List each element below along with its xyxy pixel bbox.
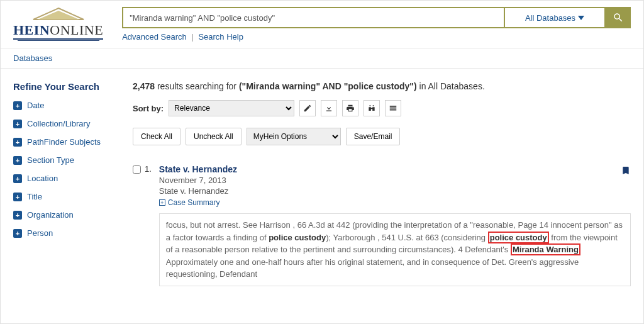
result-checkbox[interactable] [133,165,141,174]
facet-label: Collection/Library [27,119,90,128]
list-view-button[interactable] [385,100,401,116]
results-count: 2,478 results searching for ("Miranda wa… [133,81,631,91]
plus-icon: + [13,120,22,128]
logo[interactable]: HEINONLINE [13,7,103,41]
result-number: 1. [145,164,152,174]
facet-location[interactable]: +Location [13,174,133,183]
sort-label: Sort by: [133,104,164,113]
facet-label: Section Type [27,155,74,165]
print-button[interactable] [342,100,358,116]
sidebar-title: Refine Your Search [13,81,133,92]
nav-databases[interactable]: Databases [13,53,52,63]
logo-roof-icon [30,7,87,22]
plus-icon: + [159,199,165,206]
case-summary-label: Case Summary [168,198,220,207]
advanced-search-link[interactable]: Advanced Search [122,32,187,42]
plus-icon: + [13,156,22,165]
plus-icon: + [13,101,22,110]
facet-person[interactable]: +Person [13,228,133,238]
highlight-police-custody: police custody [488,232,549,243]
case-summary-toggle[interactable]: + Case Summary [159,198,631,207]
facet-label: Date [27,101,44,110]
facet-title[interactable]: +Title [13,192,133,201]
facet-pathfinder-subjects[interactable]: +PathFinder Subjects [13,137,133,147]
print-icon [346,104,355,113]
search-icon [613,12,624,23]
download-button[interactable] [321,100,337,116]
facet-label: PathFinder Subjects [27,137,101,147]
plus-icon: + [13,211,22,220]
facet-date[interactable]: +Date [13,101,133,110]
result-title-link[interactable]: State v. Hernandez [159,164,237,174]
plus-icon: + [13,229,22,238]
check-all-button[interactable]: Check All [133,128,180,145]
facet-label: Person [27,228,53,238]
facet-label: Title [27,192,42,201]
database-selector-label: All Databases [525,13,575,23]
database-selector[interactable]: All Databases [505,7,606,28]
highlight-miranda-warning: Miranda Warning [511,243,580,255]
search-input[interactable] [122,7,505,28]
facet-organization[interactable]: +Organization [13,210,133,220]
facet-collection-library[interactable]: +Collection/Library [13,119,133,128]
pencil-icon [303,104,312,113]
logo-text: HEINONLINE [13,22,103,38]
search-button[interactable] [606,7,631,28]
result-snippet: focus, but not arrest. See Harrison , 66… [159,213,631,286]
facet-label: Organization [27,210,74,220]
result-item: 1. State v. Hernandez November 7, 2013 S… [133,164,631,286]
save-email-button[interactable]: Save/Email [346,128,401,145]
myhein-select[interactable]: MyHein Options [247,128,341,145]
find-button[interactable] [364,100,380,116]
logo-underline [14,39,103,40]
bookmark-icon [621,164,631,177]
list-icon [389,104,397,113]
download-icon [325,104,333,113]
sort-select[interactable]: Relevance [169,100,294,116]
chevron-down-icon [578,16,584,20]
separator: | [191,32,193,42]
plus-icon: + [13,138,22,147]
bookmark-button[interactable] [621,164,631,179]
plus-icon: + [13,174,22,183]
uncheck-all-button[interactable]: Uncheck All [186,128,242,145]
facet-section-type[interactable]: +Section Type [13,155,133,165]
binoculars-icon [367,104,376,113]
result-date: November 7, 2013 [159,176,631,185]
search-help-link[interactable]: Search Help [198,32,243,42]
result-subtitle: State v. Hernandez [159,186,631,196]
plus-icon: + [13,193,22,201]
facet-label: Location [27,174,58,183]
logo-underline [18,40,99,41]
edit-button[interactable] [299,100,316,116]
